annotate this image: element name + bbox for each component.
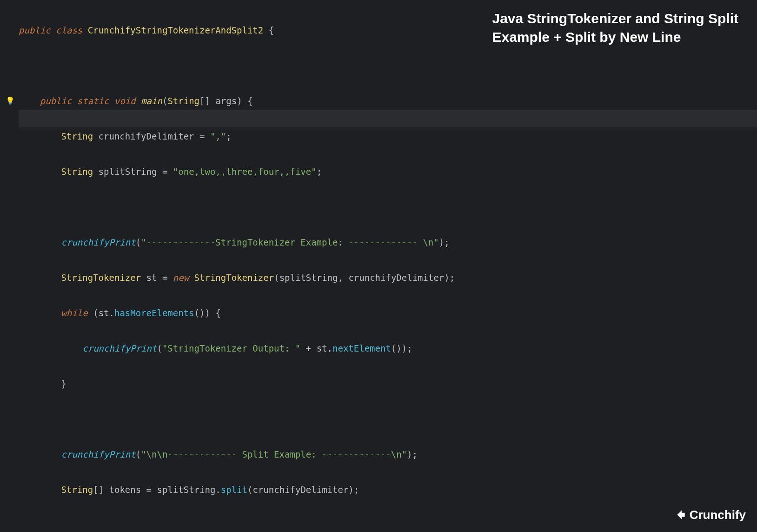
overlay-title-line2: Example + Split by New Line xyxy=(492,28,738,47)
code-line: while (st.hasMoreElements()) { xyxy=(19,304,757,322)
code-line: StringTokenizer st = new StringTokenizer… xyxy=(19,269,757,286)
code-line xyxy=(19,516,757,532)
code-line: String splitString = "one,two,,three,fou… xyxy=(19,163,757,180)
crunchify-logo: Crunchify xyxy=(675,506,746,524)
code-line: } xyxy=(19,375,757,392)
code-line: crunchifyPrint("-------------StringToken… xyxy=(19,233,757,251)
editor-gutter: 💡 xyxy=(0,0,19,532)
code-line xyxy=(19,410,757,428)
code-line: public static void main(String[] args) { xyxy=(19,92,757,110)
code-line xyxy=(19,198,757,216)
code-line: crunchifyPrint("\n\n------------- Split … xyxy=(19,446,757,463)
logo-text: Crunchify xyxy=(690,506,746,524)
overlay-title: Java StringTokenizer and String Split Ex… xyxy=(492,9,738,47)
logo-icon xyxy=(675,509,687,521)
code-line: String crunchifyDelimiter = ","; xyxy=(19,127,757,145)
code-line: crunchifyPrint("StringTokenizer Output: … xyxy=(19,339,757,357)
code-line xyxy=(19,57,757,74)
code-line: String[] tokens = splitString.split(crun… xyxy=(19,481,757,499)
overlay-title-line1: Java StringTokenizer and String Split xyxy=(492,9,738,28)
lightbulb-icon[interactable]: 💡 xyxy=(6,92,15,110)
code-editor[interactable]: public class CrunchifyStringTokenizerAnd… xyxy=(19,4,757,532)
